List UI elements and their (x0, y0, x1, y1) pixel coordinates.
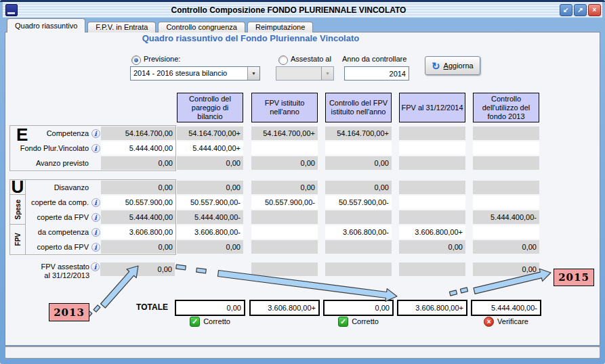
grid-cell (473, 225, 539, 239)
info-icon[interactable]: i (91, 144, 100, 153)
column-header-pareggio: Controllo del pareggio di bilancio (177, 93, 243, 122)
assestato-value: 0,00 (100, 263, 175, 276)
row-value: 0,00 (101, 156, 175, 170)
check-icon: ✓ (338, 317, 348, 327)
table-row: Disavanzo 0,00 (26, 180, 175, 195)
group-label-spese: Spese (14, 200, 22, 219)
row-label-da-competenza: da competenza (26, 228, 90, 236)
table-row: coperte da FPV i 5.444.400,00 (26, 210, 175, 225)
titlebar[interactable]: Controllo Composizione FONDO PLURIENNALE… (3, 2, 602, 18)
uscite-letter: U (12, 177, 24, 198)
grid-cell: 50.557.900,00- (251, 196, 318, 209)
info-icon[interactable]: i (91, 213, 100, 222)
grid-cell: 54.164.700,00+ (251, 127, 318, 140)
row-label-coperte-da-fpv: coperte da FPV (26, 213, 90, 221)
grid-cell: 54.164.700,00+ (177, 127, 243, 140)
status-controllo-fpv: ✓ Corretto (323, 316, 394, 327)
entrate-letter: E (16, 124, 28, 145)
grid-cell (473, 181, 539, 194)
tab-bar: Quadro riassuntivo F.P.V. in Entrata Con… (7, 18, 313, 32)
row-label-coperto-da-fpv: coperto da FPV (26, 243, 90, 251)
grid-cell: 0,00 (325, 156, 392, 170)
maximize-icon[interactable]: ↗ (574, 4, 587, 16)
tab-reimputazione[interactable]: Reimputazione (247, 22, 313, 32)
app-icon (5, 4, 18, 16)
grid-cell (473, 196, 539, 209)
close-icon[interactable]: × (588, 4, 601, 16)
tab-controllo-congruenza[interactable]: Controllo congruenza (158, 22, 245, 32)
row-label-disavanzo: Disavanzo (26, 183, 90, 191)
grid-cell: 54.164.700,00+ (325, 127, 392, 140)
anno-input[interactable] (344, 66, 409, 81)
totale-controllo-fpv: 0,00 (323, 300, 394, 316)
grid-cell (325, 263, 392, 276)
grid-cell: 5.444.400,00- (473, 210, 539, 224)
aggiorna-label: Aggiorna (444, 62, 474, 70)
table-row: Avanzo previsto 0,00 (10, 156, 175, 170)
dropdown-glyph: ▼ (325, 71, 330, 76)
grid-cell (251, 240, 318, 254)
grid-cell (399, 210, 465, 224)
grid-cell: 0,00 (251, 181, 318, 194)
row-label-avanzo-previsto: Avanzo previsto (10, 159, 90, 167)
info-icon[interactable]: i (91, 263, 100, 271)
uscite-panel: U Spese FPV Disavanzo 0,00 coperte da co… (9, 179, 176, 255)
grid-cell (399, 141, 465, 155)
grid-cell: 0,00 (473, 263, 539, 276)
year-badge-2015: 2015 (554, 269, 594, 286)
status-bar (5, 346, 600, 359)
maximize-glyph: ↗ (577, 6, 583, 14)
grid-cell: 0,00 (473, 240, 539, 254)
previsione-value: 2014 - 2016 stesura bilancio (131, 67, 247, 80)
grid-cell: 5.444.400,00- (177, 210, 243, 224)
close-glyph: × (593, 6, 597, 14)
status-pareggio: ✓ Corretto (175, 316, 245, 327)
totale-fpv-al: 3.606.800,00+ (397, 300, 467, 316)
grid-cell: 0,00 (177, 181, 243, 194)
tab-quadro-riassuntivo[interactable]: Quadro riassuntivo (7, 18, 85, 32)
grid-cell (251, 225, 318, 239)
column-header-fpv-al: FPV al 31/12/2014 (399, 93, 465, 122)
previsione-label: Previsione: (144, 55, 180, 63)
grid-cell: 3.606.800,00- (325, 225, 392, 239)
anno-label: Anno da controllare (342, 55, 406, 63)
grid-cell: 5.444.400,00+ (177, 141, 243, 155)
previsione-radio[interactable] (131, 55, 141, 65)
dropdown-glyph: ▼ (251, 71, 256, 76)
window-controls: ↙ ↗ × (560, 4, 601, 16)
totale-label: TOTALE (100, 302, 168, 312)
column-header-utilizzo-fondo: Controllo dell'utilizzo del fondo 2013 (473, 93, 539, 122)
grid-cell: 0,00 (251, 156, 318, 170)
assestato-radio[interactable] (278, 55, 288, 65)
totale-utilizzo-fondo: 5.444.400,00- (471, 300, 541, 316)
row-value: 54.164.700,00 (101, 127, 175, 140)
assestato-select[interactable]: ▼ (276, 66, 334, 81)
minimize-icon[interactable]: ↙ (560, 4, 572, 16)
info-icon[interactable]: i (91, 243, 100, 252)
assestato-label-line2: al 31/12/2013 (27, 271, 89, 280)
totale-pareggio: 0,00 (175, 300, 245, 316)
info-icon[interactable]: i (91, 129, 100, 138)
status-utilizzo-fondo: × Verificare (471, 316, 541, 327)
row-value: 50.557.900,00 (101, 196, 175, 209)
tab-fpv-in-entrata[interactable]: F.P.V. in Entrata (87, 22, 156, 32)
grid-cell: 50.557.900,00- (325, 196, 392, 209)
app-window: Controllo Composizione FONDO PLURIENNALE… (0, 0, 605, 364)
grid-cell (399, 181, 465, 194)
grid-cell (251, 141, 318, 155)
aggiorna-button[interactable]: ↻ Aggiorna (425, 56, 480, 75)
grid-cell (473, 141, 539, 155)
row-value: 0,00 (101, 240, 175, 254)
previsione-select[interactable]: 2014 - 2016 stesura bilancio ▼ (130, 66, 260, 81)
grid-cell: 0,00 (177, 240, 243, 254)
chevron-down-icon[interactable]: ▼ (247, 67, 259, 80)
grid-cell (473, 156, 539, 170)
column-header-controllo-fpv: Controllo del FPV istituito nell'anno (325, 93, 392, 122)
info-icon[interactable]: i (91, 198, 100, 207)
info-icon[interactable]: i (91, 228, 100, 237)
uscite-group-column: U Spese FPV (10, 180, 26, 254)
entrate-panel: E Competenza i 54.164.700,00 Fondo Plur.… (9, 125, 176, 171)
grid-cell (325, 240, 392, 254)
table-row: coperte da comp. i 50.557.900,00 (26, 195, 175, 210)
refresh-icon: ↻ (432, 61, 440, 71)
